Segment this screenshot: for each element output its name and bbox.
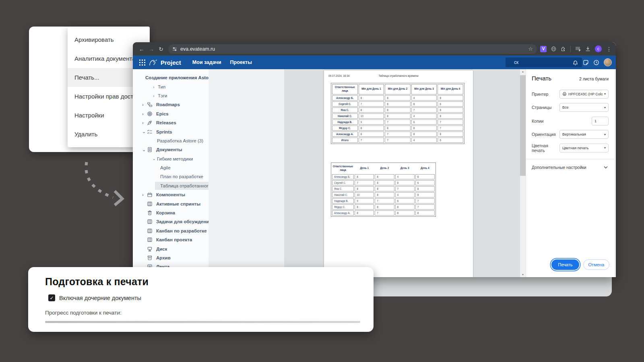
- table-row: Николай С. 10 8 4 8: [332, 113, 463, 119]
- preview-scrollbar[interactable]: ▲ ▼: [520, 69, 526, 277]
- table-header-cell: Ответственные лица: [332, 164, 354, 173]
- sidebar-item[interactable]: Активные спринты: [133, 199, 208, 208]
- components-icon: [147, 192, 153, 197]
- notifications-bell-icon[interactable]: [572, 60, 578, 66]
- sidebar-item[interactable]: ⌄ Гибкие методики: [133, 154, 208, 163]
- sidebar-item[interactable]: Agile: [133, 163, 208, 172]
- reading-list-icon[interactable]: [575, 46, 581, 51]
- url-text: eva.evateam.ru: [180, 46, 215, 52]
- sidebar-item[interactable]: Архив: [133, 253, 208, 262]
- sidebar-item[interactable]: Создание приложения Astore: [133, 73, 208, 82]
- dropdown-caret-icon: ▾: [604, 146, 606, 150]
- chevron-icon[interactable]: ›: [142, 120, 147, 125]
- profile-avatar-icon[interactable]: c: [595, 45, 602, 52]
- print-preview-region: 09.07.2024, 16:34 Таблица отработанного …: [284, 69, 520, 277]
- sidebar-item[interactable]: Канбан проекта: [133, 235, 208, 244]
- checkbox-label: Включая дочерние документы: [59, 295, 141, 301]
- table-header-cell: День 3: [395, 164, 415, 173]
- sidebar-item[interactable]: Диск: [133, 244, 208, 253]
- chevron-icon[interactable]: ›: [142, 102, 147, 107]
- print-cancel-button[interactable]: Отмена: [583, 259, 609, 270]
- archive-icon: [147, 255, 153, 261]
- sheets-count: 2 листа бумаги: [579, 76, 609, 81]
- print-setting-row: Ориентация Вертикальная ▾: [532, 128, 609, 142]
- print-dialog-overlay: 09.07.2024, 16:34 Таблица отработанного …: [284, 69, 614, 277]
- table-header-cell: День 1: [355, 164, 374, 173]
- download-icon[interactable]: [585, 46, 590, 51]
- document-icon: [147, 147, 153, 152]
- scrollbar-thumb[interactable]: [520, 75, 526, 176]
- sidebar-item[interactable]: Разработка Astore (3): [133, 136, 208, 145]
- sidebar-item[interactable]: ⌄ Sprints: [133, 127, 208, 136]
- more-settings-toggle[interactable]: Дополнительные настройки: [532, 159, 609, 170]
- table-row: Александр Б. 8 8 4 8: [332, 174, 435, 179]
- chevron-icon[interactable]: ⌄: [152, 156, 157, 161]
- chevron-icon[interactable]: ›: [142, 192, 147, 197]
- sidebar-item[interactable]: › Roadmaps: [133, 100, 208, 109]
- extensions-puzzle-icon[interactable]: [561, 46, 566, 51]
- site-info-icon[interactable]: [172, 47, 177, 51]
- table-row: Надежда В. 9 7 6 7: [332, 198, 435, 204]
- sidebar-item[interactable]: › Epics: [133, 109, 208, 118]
- chevron-icon[interactable]: ›: [142, 111, 147, 116]
- table-row: Сергей С. 7 8 8 6: [332, 101, 463, 107]
- bookmark-star-icon[interactable]: ☆: [528, 46, 533, 52]
- table-header-cell: Min для День 1: [359, 84, 384, 95]
- print-setting-control[interactable]: Все ▾: [559, 103, 609, 112]
- chevron-icon[interactable]: ›: [153, 93, 158, 98]
- forward-icon[interactable]: →: [147, 46, 156, 52]
- prepare-print-dialog: Подготовка к печати ✓ Включая дочерние д…: [28, 267, 374, 332]
- print-confirm-button[interactable]: Печать: [551, 259, 579, 270]
- print-setting-control[interactable]: 1 ▾: [592, 117, 609, 125]
- sidebar-item[interactable]: › Тэги: [133, 91, 208, 100]
- progress-label: Прогресс подготовки к печати:: [45, 310, 360, 316]
- trash-icon: [147, 210, 153, 216]
- notes-icon[interactable]: [583, 60, 589, 66]
- print-setting-control[interactable]: Вертикальная ▾: [559, 130, 609, 139]
- dropdown-caret-icon: ▾: [604, 133, 606, 136]
- sidebar-item[interactable]: › Тип: [133, 82, 208, 91]
- globe-icon[interactable]: [551, 46, 556, 51]
- table-header-cell: День 4: [415, 164, 435, 173]
- sidebar-item[interactable]: Канбан по разработке: [133, 226, 208, 235]
- board-icon: [147, 201, 153, 207]
- header-nav-item[interactable]: Проекты: [230, 60, 252, 65]
- chevron-icon[interactable]: ⌄: [142, 129, 147, 134]
- sidebar-item[interactable]: ⌄ Документы: [133, 145, 208, 154]
- print-setting-control[interactable]: Цветная печать ▾: [559, 144, 609, 152]
- product-name[interactable]: Project: [161, 59, 181, 66]
- address-bar[interactable]: eva.evateam.ru ☆: [168, 44, 537, 54]
- table-row: Александр А. 8 7 8 8: [332, 210, 435, 216]
- menu-dots-icon[interactable]: ⋮: [606, 46, 612, 52]
- chevron-icon[interactable]: ⌄: [142, 147, 147, 152]
- sidebar-item[interactable]: Корзина: [133, 208, 208, 217]
- search-input[interactable]: ск: [506, 58, 582, 67]
- history-icon[interactable]: [593, 60, 599, 66]
- extension-v-icon[interactable]: V: [540, 46, 547, 52]
- sidebar-item[interactable]: План по разработке: [133, 172, 208, 181]
- table-row: Николай С. 10 8 4 8: [332, 192, 435, 197]
- apps-grid-icon[interactable]: [139, 60, 145, 66]
- scroll-down-icon[interactable]: ▼: [520, 274, 526, 276]
- print-setting-row: Страницы Все ▾: [532, 101, 609, 115]
- chevron-icon[interactable]: ›: [153, 84, 158, 89]
- back-icon[interactable]: ←: [137, 46, 147, 52]
- include-children-checkbox[interactable]: ✓: [48, 294, 55, 301]
- dino-logo-icon: [149, 58, 158, 66]
- printer-icon: [562, 92, 567, 96]
- toolbar-divider: [570, 46, 571, 52]
- sidebar-item[interactable]: Таблица отработанного времени: [133, 181, 208, 190]
- user-avatar[interactable]: [604, 58, 612, 66]
- scroll-up-icon[interactable]: ▲: [520, 70, 526, 73]
- chevron-down-icon: [604, 166, 608, 169]
- sidebar-item[interactable]: › Releases: [133, 118, 208, 127]
- reload-icon[interactable]: ↻: [156, 46, 166, 52]
- rocket-icon: [147, 120, 153, 125]
- table-header-cell: Min для День 2: [385, 84, 411, 95]
- board-icon: [147, 228, 153, 234]
- sidebar-item[interactable]: › Компоненты: [133, 190, 208, 199]
- sidebar-item[interactable]: Задачи для обсуждения: [133, 217, 208, 226]
- print-setting-control[interactable]: HPFCE43C (HP Color La: ▾: [559, 90, 609, 99]
- roadmap-icon: [147, 102, 153, 107]
- header-nav-item[interactable]: Мои задачи: [192, 60, 221, 65]
